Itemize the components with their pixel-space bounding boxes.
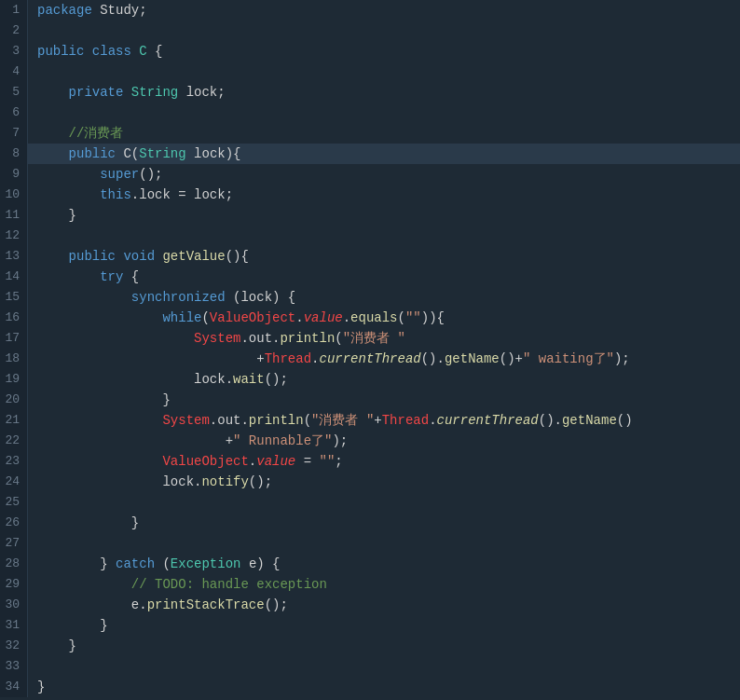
line-6: 6	[0, 103, 740, 123]
line-number-4: 4	[0, 62, 28, 82]
line-23: 23 ValueObject.value = "";	[0, 451, 740, 472]
line-number-15: 15	[0, 287, 28, 308]
line-content-29: // TODO: handle exception	[28, 574, 740, 595]
line-number-24: 24	[0, 472, 28, 492]
line-11: 11 }	[0, 205, 740, 226]
line-9: 9 super();	[0, 164, 740, 185]
code-editor[interactable]: 1 package Study; 2 3 public class C { 4 …	[0, 0, 740, 700]
line-13: 13 public void getValue(){	[0, 246, 740, 267]
line-number-5: 5	[0, 82, 28, 103]
line-number-33: 33	[0, 656, 28, 677]
line-content-6	[28, 103, 740, 123]
line-24: 24 lock.notify();	[0, 472, 740, 492]
line-content-2	[28, 21, 740, 41]
line-7: 7 //消费者	[0, 123, 740, 144]
line-20: 20 }	[0, 390, 740, 410]
line-content-9: super();	[28, 164, 740, 185]
line-content-18: +Thread.currentThread().getName()+" wait…	[28, 349, 740, 369]
line-19: 19 lock.wait();	[0, 369, 740, 390]
line-content-32: }	[28, 636, 740, 656]
line-number-22: 22	[0, 431, 28, 451]
line-2: 2	[0, 21, 740, 41]
line-number-16: 16	[0, 308, 28, 328]
line-18: 18 +Thread.currentThread().getName()+" w…	[0, 349, 740, 369]
line-31: 31 }	[0, 615, 740, 636]
line-content-17: System.out.println("消费者 "	[28, 328, 740, 349]
line-number-34: 34	[0, 677, 28, 697]
line-number-7: 7	[0, 123, 28, 144]
line-content-26: }	[28, 513, 740, 533]
line-30: 30 e.printStackTrace();	[0, 595, 740, 615]
line-content-31: }	[28, 615, 740, 636]
line-number-29: 29	[0, 574, 28, 595]
line-number-14: 14	[0, 267, 28, 287]
line-1: 1 package Study;	[0, 0, 740, 21]
line-content-33	[28, 656, 740, 677]
line-number-23: 23	[0, 451, 28, 472]
line-28: 28 } catch (Exception e) {	[0, 554, 740, 574]
line-number-11: 11	[0, 205, 28, 226]
line-content-19: lock.wait();	[28, 369, 740, 390]
line-content-34: }	[28, 677, 740, 697]
line-10: 10 this.lock = lock;	[0, 185, 740, 205]
line-content-10: this.lock = lock;	[28, 185, 740, 205]
line-number-31: 31	[0, 615, 28, 636]
line-4: 4	[0, 62, 740, 82]
line-content-7: //消费者	[28, 123, 740, 144]
line-number-25: 25	[0, 492, 28, 513]
line-15: 15 synchronized (lock) {	[0, 287, 740, 308]
line-16: 16 while(ValueObject.value.equals("")){	[0, 308, 740, 328]
line-content-15: synchronized (lock) {	[28, 287, 740, 308]
line-14: 14 try {	[0, 267, 740, 287]
line-number-3: 3	[0, 41, 28, 62]
line-number-20: 20	[0, 390, 28, 410]
line-content-24: lock.notify();	[28, 472, 740, 492]
line-content-14: try {	[28, 267, 740, 287]
line-27: 27	[0, 533, 740, 554]
line-content-25	[28, 492, 740, 513]
line-number-28: 28	[0, 554, 28, 574]
line-29: 29 // TODO: handle exception	[0, 574, 740, 595]
line-33: 33	[0, 656, 740, 677]
line-number-2: 2	[0, 21, 28, 41]
line-5: 5 private String lock;	[0, 82, 740, 103]
line-number-13: 13	[0, 246, 28, 267]
line-number-1: 1	[0, 0, 28, 21]
line-number-27: 27	[0, 533, 28, 554]
line-number-19: 19	[0, 369, 28, 390]
line-content-28: } catch (Exception e) {	[28, 554, 740, 574]
line-content-13: public void getValue(){	[28, 246, 740, 267]
line-number-8: 8	[0, 144, 28, 164]
line-21: 21 System.out.println("消费者 "+Thread.curr…	[0, 410, 740, 431]
line-content-3: public class C {	[28, 41, 740, 62]
line-32: 32 }	[0, 636, 740, 656]
line-25: 25	[0, 492, 740, 513]
line-content-11: }	[28, 205, 740, 226]
line-content-4	[28, 62, 740, 82]
line-number-10: 10	[0, 185, 28, 205]
line-number-32: 32	[0, 636, 28, 656]
line-number-21: 21	[0, 410, 28, 431]
line-content-1: package Study;	[28, 0, 740, 21]
line-number-6: 6	[0, 103, 28, 123]
line-content-12	[28, 226, 740, 246]
line-number-30: 30	[0, 595, 28, 615]
line-number-17: 17	[0, 328, 28, 349]
line-3: 3 public class C {	[0, 41, 740, 62]
line-12: 12	[0, 226, 740, 246]
line-content-16: while(ValueObject.value.equals("")){	[28, 308, 740, 328]
line-17: 17 System.out.println("消费者 "	[0, 328, 740, 349]
line-content-27	[28, 533, 740, 554]
line-34: 34 }	[0, 677, 740, 697]
line-22: 22 +" Runnable了");	[0, 431, 740, 451]
line-content-30: e.printStackTrace();	[28, 595, 740, 615]
line-number-12: 12	[0, 226, 28, 246]
line-content-22: +" Runnable了");	[28, 431, 740, 451]
line-content-21: System.out.println("消费者 "+Thread.current…	[28, 410, 740, 431]
line-26: 26 }	[0, 513, 740, 533]
line-content-20: }	[28, 390, 740, 410]
line-number-9: 9	[0, 164, 28, 185]
line-8: 8 public C(String lock){	[0, 144, 740, 164]
line-number-18: 18	[0, 349, 28, 369]
line-content-23: ValueObject.value = "";	[28, 451, 740, 472]
